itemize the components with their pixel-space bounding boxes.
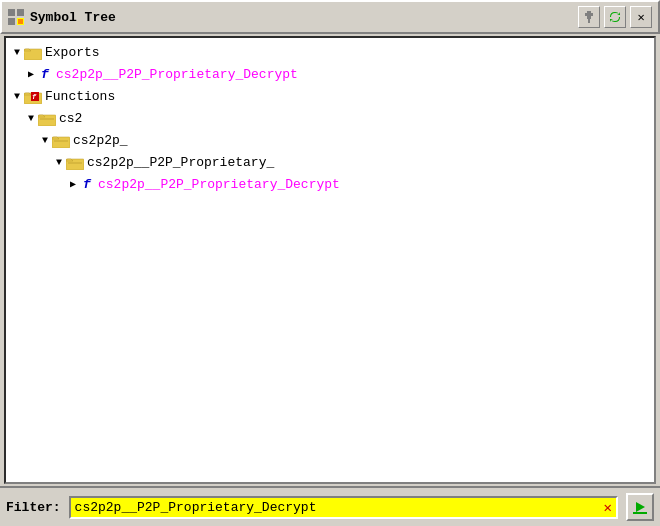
- exports-func-icon: f: [38, 68, 52, 82]
- pin-icon: [582, 10, 596, 24]
- cs2p2p-prop-toggle[interactable]: ▼: [52, 153, 66, 173]
- svg-rect-4: [18, 19, 23, 24]
- exports-node[interactable]: ▼ Exports: [6, 42, 654, 64]
- cs2p2p-node[interactable]: ▼ cs2p2p_: [6, 130, 654, 152]
- refresh-button[interactable]: [604, 6, 626, 28]
- filter-label: Filter:: [6, 500, 61, 515]
- filter-go-icon: [632, 499, 648, 515]
- filter-input[interactable]: [75, 500, 600, 515]
- svg-rect-7: [588, 19, 590, 23]
- cs2p2p-label: cs2p2p_: [73, 131, 128, 151]
- cs2-node[interactable]: ▼ cs2: [6, 108, 654, 130]
- title-bar: Symbol Tree ✕: [0, 0, 660, 34]
- title-buttons: ✕: [578, 6, 652, 28]
- close-icon: ✕: [637, 10, 644, 25]
- cs2p2p-prop-label: cs2p2p__P2P_Proprietary_: [87, 153, 274, 173]
- exports-toggle[interactable]: ▼: [10, 43, 24, 63]
- cs2p2p-toggle[interactable]: ▼: [38, 131, 52, 151]
- cs2p2p-prop-folder-icon: [66, 156, 84, 170]
- deep-func-label: cs2p2p__P2P_Proprietary_Decrypt: [98, 175, 340, 195]
- exports-label: Exports: [45, 43, 100, 63]
- cs2p2p-prop-node[interactable]: ▼ cs2p2p__P2P_Proprietary_: [6, 152, 654, 174]
- deep-func-node[interactable]: ▶ f cs2p2p__P2P_Proprietary_Decrypt: [6, 174, 654, 196]
- exports-folder-icon: [24, 46, 42, 60]
- window-title: Symbol Tree: [30, 10, 116, 25]
- refresh-icon: [608, 10, 622, 24]
- tree-area[interactable]: ▼ Exports ▶ f cs2p2p__P2P_Proprietary_De…: [4, 36, 656, 484]
- filter-input-wrapper[interactable]: ✕: [69, 496, 618, 519]
- svg-rect-10: [24, 51, 31, 53]
- deep-func-icon: f: [80, 178, 94, 192]
- exports-func-label: cs2p2p__P2P_Proprietary_Decrypt: [56, 65, 298, 85]
- cs2-toggle[interactable]: ▼: [24, 109, 38, 129]
- pin-button[interactable]: [578, 6, 600, 28]
- svg-rect-0: [8, 9, 15, 16]
- filter-go-button[interactable]: [626, 493, 654, 521]
- close-button[interactable]: ✕: [630, 6, 652, 28]
- functions-toggle[interactable]: ▼: [10, 87, 24, 107]
- svg-rect-6: [585, 13, 593, 16]
- svg-rect-2: [8, 18, 15, 25]
- cs2p2p-folder-icon: [52, 134, 70, 148]
- cs2-label: cs2: [59, 109, 82, 129]
- filter-bar: Filter: ✕: [0, 486, 660, 526]
- functions-node[interactable]: ▼ f Functions: [6, 86, 654, 108]
- symbol-tree-icon: [8, 9, 24, 25]
- filter-clear-icon[interactable]: ✕: [604, 499, 612, 516]
- svg-rect-26: [633, 512, 647, 514]
- deep-func-toggle[interactable]: ▶: [66, 175, 80, 195]
- exports-func-toggle[interactable]: ▶: [24, 65, 38, 85]
- functions-label: Functions: [45, 87, 115, 107]
- title-left: Symbol Tree: [8, 9, 116, 25]
- cs2-folder-icon: [38, 112, 56, 126]
- functions-folder-icon: f: [24, 90, 42, 104]
- exports-func-node[interactable]: ▶ f cs2p2p__P2P_Proprietary_Decrypt: [6, 64, 654, 86]
- svg-rect-1: [17, 9, 24, 16]
